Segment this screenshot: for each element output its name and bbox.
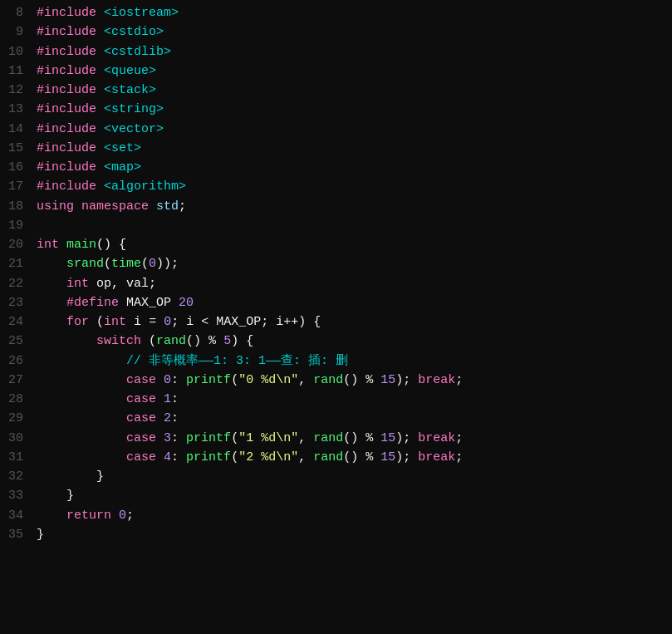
code-editor: 8 9 10 11 12 13 14 15 16 17 18 19 20 21 … — [0, 0, 672, 634]
code-line-16: #include <map> — [37, 158, 672, 177]
code-line-13: #include <string> — [37, 100, 672, 119]
code-line-23: #define MAX_OP 20 — [37, 293, 672, 312]
code-line-18: using namespace std; — [37, 197, 672, 216]
code-line-34: return 0; — [37, 506, 672, 525]
code-line-27: case 0: printf("0 %d\n", rand() % 15); b… — [37, 371, 672, 390]
code-line-22: int op, val; — [37, 274, 672, 293]
code-line-24: for (int i = 0; i < MAX_OP; i++) { — [37, 312, 672, 332]
code-line-31: case 4: printf("2 %d\n", rand() % 15); b… — [37, 448, 672, 467]
code-line-29: case 2: — [37, 409, 672, 428]
code-line-15: #include <set> — [37, 139, 672, 158]
line-numbers: 8 9 10 11 12 13 14 15 16 17 18 19 20 21 … — [0, 3, 32, 631]
code-line-21: srand(time(0)); — [37, 254, 672, 273]
code-line-33: } — [37, 486, 672, 505]
code-content: #include <iostream> #include <cstdio> #i… — [32, 3, 672, 631]
code-line-10: #include <cstdlib> — [37, 42, 672, 61]
code-line-30: case 3: printf("1 %d\n", rand() % 15); b… — [37, 429, 672, 448]
code-line-26: // 非等概率——1: 3: 1——查: 插: 删 — [37, 351, 672, 371]
code-line-11: #include <queue> — [37, 61, 672, 81]
code-line-14: #include <vector> — [37, 120, 672, 139]
code-line-28: case 1: — [37, 390, 672, 409]
code-line-17: #include <algorithm> — [37, 177, 672, 196]
code-line-25: switch (rand() % 5) { — [37, 332, 672, 351]
code-line-32: } — [37, 467, 672, 486]
code-line-8: #include <iostream> — [37, 3, 672, 22]
code-line-12: #include <stack> — [37, 81, 672, 100]
code-line-35: } — [37, 525, 672, 544]
code-line-19 — [37, 216, 672, 235]
code-line-20: int main() { — [37, 235, 672, 254]
code-line-9: #include <cstdio> — [37, 22, 672, 42]
